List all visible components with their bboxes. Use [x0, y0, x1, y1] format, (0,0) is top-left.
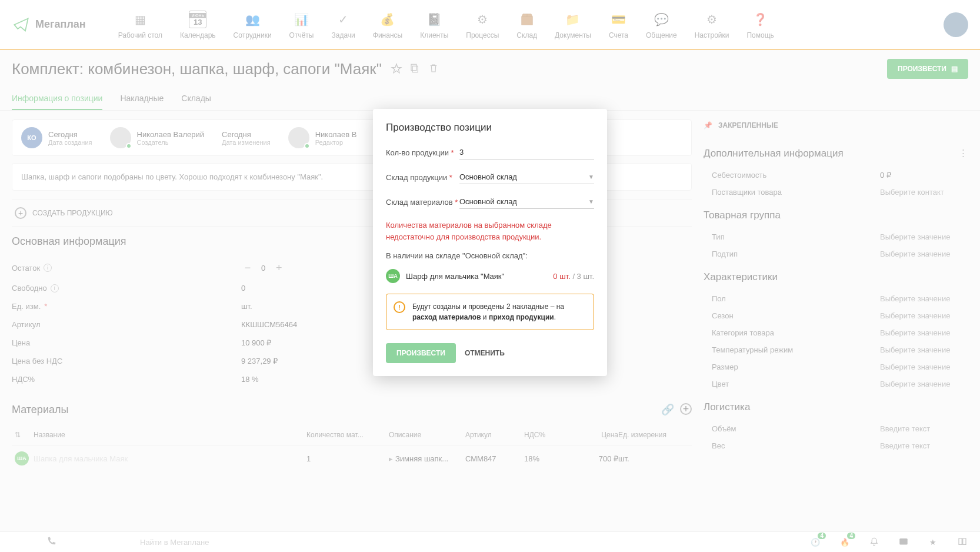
qty-input[interactable]: 3 — [459, 145, 594, 159]
modal-produce-button[interactable]: ПРОИЗВЕСТИ — [386, 343, 456, 363]
production-modal: Производство позиции Кол-во продукции * … — [373, 109, 607, 376]
availability-item: ШАШарф для мальчика "Маяк"0 шт. / 3 шт. — [386, 269, 594, 283]
info-icon: ! — [394, 301, 405, 313]
mat-store-label: Склад материалов * — [386, 198, 459, 207]
prod-store-label: Склад продукции * — [386, 173, 459, 182]
qty-row: Кол-во продукции * 3 — [386, 145, 594, 159]
modal-cancel-button[interactable]: ОТМЕНИТЬ — [465, 349, 505, 357]
modal-actions: ПРОИЗВЕСТИ ОТМЕНИТЬ — [386, 343, 594, 363]
note-text: Будут созданы и проведены 2 накладные – … — [412, 301, 586, 322]
availability-label: В наличии на складе "Основной склад": — [386, 251, 594, 260]
qty-label: Кол-во продукции * — [386, 148, 459, 157]
modal-overlay: Производство позиции Кол-во продукции * … — [0, 0, 980, 552]
mat-store-select[interactable]: Основной склад▼ — [459, 195, 594, 209]
prod-store-row: Склад продукции * Основной склад▼ — [386, 170, 594, 184]
prod-store-select[interactable]: Основной склад▼ — [459, 170, 594, 184]
chevron-down-icon: ▼ — [588, 198, 594, 205]
chevron-down-icon: ▼ — [588, 174, 594, 180]
modal-title: Производство позиции — [386, 122, 594, 134]
item-avatar: ША — [386, 269, 400, 283]
error-message: Количества материалов на выбранном склад… — [386, 220, 594, 242]
note-box: ! Будут созданы и проведены 2 накладные … — [386, 294, 594, 330]
mat-store-row: Склад материалов * Основной склад▼ — [386, 195, 594, 209]
